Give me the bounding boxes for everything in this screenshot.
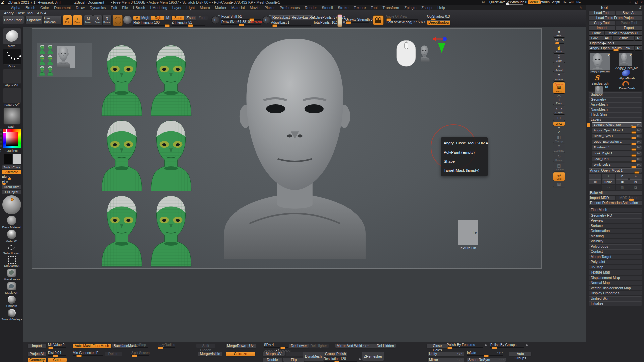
titlebar-icon-panes-left-icon[interactable]: ◂‖ — [557, 0, 560, 4]
home-page-button[interactable]: Home Page — [3, 16, 24, 24]
lightbox-tools-button[interactable]: Lightbox▶Tools — [589, 41, 642, 45]
gravity-strength-slider[interactable]: Gravity Strength 0 — [345, 18, 369, 23]
color-filter-button[interactable]: Color — [48, 358, 67, 362]
layer-intensity-knob[interactable] — [631, 166, 636, 168]
layer-intensity-knob[interactable] — [631, 137, 636, 139]
section-masking[interactable]: Masking — [589, 234, 642, 238]
polish-groups-mode-dot[interactable] — [526, 344, 528, 346]
alternate-button[interactable]: Alternate — [2, 170, 21, 174]
material-thumb[interactable] — [3, 107, 21, 125]
menu-file[interactable]: File — [121, 6, 129, 10]
move-button[interactable]: M Move — [84, 15, 93, 26]
mask-pen-icon[interactable] — [7, 282, 16, 290]
layer-op-merge-down-icon[interactable]: ▥ — [616, 185, 629, 190]
auto-mask-fibermesh-button[interactable]: Auto Mask FiberMesh — [73, 344, 111, 348]
menu-transform[interactable]: Transform — [382, 6, 400, 10]
del-higher-button[interactable]: Del Higher — [309, 344, 329, 348]
copy-tool-button[interactable]: Copy Tool — [589, 21, 615, 25]
split-hidden-button[interactable]: Split Hidden — [196, 344, 215, 348]
midvalue-slider[interactable]: MidValue 0 — [48, 343, 66, 348]
main-color-swatch[interactable] — [4, 154, 12, 164]
section-thick-skin[interactable]: Thick Skin — [589, 112, 642, 117]
section-fibermesh[interactable]: FiberMesh — [589, 208, 642, 212]
menu-macro[interactable]: Macro — [199, 6, 211, 10]
shelf-solo-icon[interactable]: ◎ Solo — [553, 172, 565, 181]
groups-button[interactable]: Groups — [324, 352, 336, 356]
polish-features-mode-dot[interactable] — [485, 344, 487, 346]
shelf-y-toggle[interactable]: Y — [553, 127, 565, 130]
load-tools-from-project-button[interactable]: Load Tools From Project — [589, 16, 642, 20]
texture-thumb[interactable] — [3, 88, 21, 103]
menu-layer[interactable]: Layer — [171, 6, 183, 10]
default-zscript-button[interactable]: DefaultZScript — [538, 0, 559, 4]
menu-tool[interactable]: Tool — [370, 6, 378, 10]
draw-button[interactable]: + Draw — [73, 15, 82, 26]
layer-row-angry-open-mout-1[interactable]: Angry_Open_Mout 1 — [592, 128, 642, 133]
see-through-track[interactable] — [506, 4, 523, 5]
z-intensity-slider[interactable]: Z Intensity 51 — [172, 21, 205, 26]
mirror-and-weld-button[interactable]: Mirror And Weldx y z — [335, 344, 376, 348]
goz-r-button[interactable]: R — [635, 36, 642, 40]
window-control-minimize-icon[interactable]: ↧ — [629, 0, 631, 4]
layer-op-split-off-icon[interactable]: ↱ — [616, 174, 629, 179]
zadd-toggle[interactable]: Zadd — [172, 16, 185, 20]
focal-dial-icon[interactable]: S — [211, 16, 219, 24]
layer-op-flatten-icon[interactable]: ◪ — [629, 185, 642, 190]
popup-polypaint-empty[interactable]: PolyPaint (Empty) — [444, 149, 488, 155]
project-all-button[interactable]: ProjectAll — [28, 352, 46, 356]
bake-all-button[interactable]: Bake All — [589, 191, 642, 195]
section-visibility[interactable]: Visibility — [589, 239, 642, 243]
menu-i-modeling[interactable]: I-Modeling — [149, 6, 168, 10]
section-arraymesh[interactable]: ArrayMesh — [589, 102, 642, 107]
layer-row-wink-left-1[interactable]: Wink_Left 1 — [592, 162, 642, 167]
m-toggle[interactable]: M — [164, 16, 171, 20]
layer-row-look-up-1[interactable]: Look_Up 1 — [592, 157, 642, 162]
active-brush-thumb[interactable] — [3, 28, 21, 44]
titlebar-icon-dock-right-icon[interactable]: ⊞▸ — [576, 0, 581, 4]
section-vector-displacement-map[interactable]: Vector Displacement Map — [589, 286, 642, 290]
zremesher-button[interactable]: ZRemesher — [362, 352, 384, 361]
color-sv-square[interactable] — [6, 132, 18, 146]
layer-intensity-knob[interactable] — [631, 154, 636, 157]
focal-shift-slider[interactable]: Focal Shift 51 — [221, 15, 261, 20]
inflate-slider[interactable]: Inflatex y z — [467, 351, 503, 356]
rgb-intensity-slider[interactable]: Rgb Intensity 100 — [133, 21, 169, 26]
section-display-properties[interactable]: Display Properties — [589, 291, 642, 295]
stroke-thumb[interactable] — [3, 49, 21, 65]
lazy-step-slider[interactable]: LazyStep — [132, 343, 148, 348]
tray-divider-handle[interactable] — [0, 128, 2, 147]
section-polygroups[interactable]: Polygroups — [589, 244, 642, 249]
blur-slider[interactable]: Blur 0 — [2, 175, 21, 179]
section-polypaint[interactable]: Polypaint — [589, 260, 642, 264]
simple-brush-icon[interactable]: S — [595, 74, 599, 81]
layer-intensity-knob[interactable] — [631, 131, 636, 134]
mrgb-toggle[interactable]: Mrgb — [140, 16, 151, 20]
color-sphere-preview[interactable] — [2, 195, 21, 214]
mirror-button[interactable]: Mirrorx y z — [428, 358, 464, 362]
shelf-aahalf-icon[interactable]: ⚲ AAHalf — [553, 73, 565, 81]
section-contact[interactable]: Contact — [589, 249, 642, 254]
unify-button[interactable]: Unifyx y z — [428, 352, 464, 356]
merge-down-button[interactable]: MergeDown — [226, 344, 247, 348]
geometry-filter-button[interactable]: Geometry — [28, 358, 46, 362]
restore-panel-icon[interactable]: ↺ — [639, 5, 642, 11]
layer-intensity-knob[interactable] — [631, 126, 636, 128]
smart-resym-button[interactable]: Smart ReSymx y z — [467, 358, 506, 362]
lightbox-button[interactable]: LightBox — [25, 16, 42, 24]
clone-button[interactable]: Clone — [589, 31, 604, 35]
section-geometry-hd[interactable]: Geometry HD — [589, 213, 642, 218]
polish-button[interactable]: Polish — [335, 352, 347, 356]
secondary-color-swatch[interactable] — [13, 154, 21, 164]
layer-op-duplicate-icon[interactable]: ▣ — [616, 179, 629, 184]
shelf-ghost-icon[interactable]: ▦ — [553, 182, 565, 187]
import-tool-button[interactable]: Import — [589, 26, 615, 30]
shelf-zoom3d-icon[interactable]: ⚲ Zoom3D — [553, 144, 565, 153]
layer-intensity-knob[interactable] — [631, 148, 636, 151]
section-nanomesh[interactable]: NanoMesh — [589, 107, 642, 112]
layer-row-1-angry-close-mo[interactable]: 1 Angry_Close_Mo — [592, 122, 642, 127]
shelf-zoom-icon[interactable]: ⚲ Zoom — [553, 54, 565, 63]
shelf-cam-lock-icon[interactable]: ⊡ — [553, 115, 565, 121]
save-as-button[interactable]: Save As — [616, 11, 642, 15]
titlebar-icon-dock-left-icon[interactable]: ◂⊞ — [569, 0, 573, 4]
backface-mask-button[interactable]: BackfaceMask — [112, 344, 135, 348]
